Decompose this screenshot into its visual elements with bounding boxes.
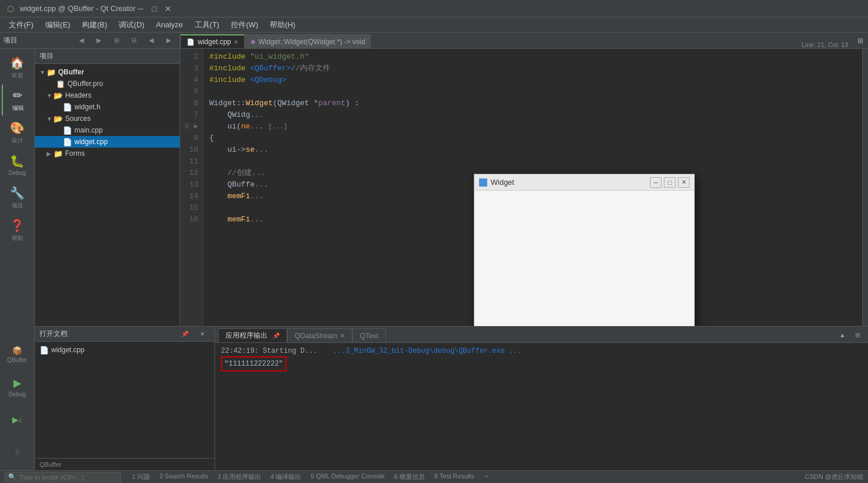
menu-bar: 文件(F) 编辑(E) 构建(B) 调试(D) Analyze 工具(T) 控件… — [0, 17, 868, 33]
forms-toggle[interactable]: ▶ — [47, 151, 53, 157]
sources-folder-icon: 📂 — [53, 115, 63, 123]
sidebar-label-help: 帮助 — [12, 234, 23, 242]
headers-toggle[interactable]: ▼ — [47, 92, 53, 99]
forms-folder-icon: 📁 — [53, 149, 63, 158]
line-col-indicator: Line: 21, Col: 13 — [797, 41, 853, 48]
output-tab-app[interactable]: 应用程序输出 📌 — [218, 328, 287, 342]
toolbar-btn-3[interactable]: ⊞ — [109, 33, 124, 48]
run-icon: ▶ — [13, 377, 22, 389]
tree-pro[interactable]: 📋 QBuffer.pro — [35, 78, 180, 90]
editor-tabs: 📄 widget.cpp ✕ ◆ Widget::Widget(QWidget … — [180, 33, 868, 48]
toolbar-btn-1[interactable]: ◀ — [74, 33, 89, 48]
status-tab-appout[interactable]: 3 应用程序输出 — [215, 471, 263, 482]
widget-body — [474, 191, 694, 326]
open-docs-pin-btn[interactable]: 📌 — [177, 327, 192, 342]
qbuffer-footer: QBuffer — [35, 458, 215, 470]
widget-minimize-btn[interactable]: ─ — [650, 177, 662, 188]
menu-build[interactable]: 构建(B) — [76, 18, 113, 32]
tree-root[interactable]: ▼ 📁 QBuffer — [35, 66, 180, 78]
output-panel-expand-btn[interactable]: ⊟ — [850, 327, 865, 342]
widget-title-text: Widget — [491, 178, 514, 187]
output-panel-up-btn[interactable]: ▲ — [835, 327, 850, 342]
editor-section: 项目 ▼ 📁 QBuffer 📋 QBuffer.pro — [35, 49, 868, 470]
open-doc-item[interactable]: 📄 widget.cpp — [35, 344, 215, 356]
status-tab-compile[interactable]: 4 编译输出 — [268, 471, 303, 482]
root-toggle[interactable]: ▼ — [40, 69, 47, 76]
widget-maximize-btn[interactable]: □ — [664, 177, 676, 188]
toolbar-btn-4[interactable]: ⊟ — [126, 33, 141, 48]
tree-widgeth[interactable]: 📄 widget.h — [35, 101, 180, 113]
pro-label: QBuffer.pro — [67, 80, 103, 88]
sidebar-label-run: Debug — [9, 391, 26, 398]
tab-close-1[interactable]: ✕ — [234, 39, 238, 45]
toolbar-btn-2[interactable]: ▶ — [91, 33, 106, 48]
welcome-icon: 🏠 — [10, 56, 24, 70]
menu-controls[interactable]: 控件(W) — [225, 18, 264, 32]
widget-close-btn[interactable]: ✕ — [678, 177, 690, 188]
menu-edit[interactable]: 编辑(E) — [40, 18, 76, 32]
status-tab-qml[interactable]: 5 QML Debugger Console — [308, 471, 387, 482]
status-tabs: 1 问题 2 Search Results 3 应用程序输出 4 编译输出 5 … — [130, 471, 796, 482]
toolbar-btn-6[interactable]: ▶ — [161, 33, 176, 48]
tree-forms[interactable]: ▶ 📁 Forms — [35, 148, 180, 159]
open-doc-icon: 📄 — [40, 346, 49, 355]
app-container: ⬡ widget.cpp @ QBuffer - Qt Creator ─ □ … — [0, 0, 868, 483]
close-button[interactable]: ✕ — [163, 4, 173, 13]
status-tab-search[interactable]: 2 Search Results — [157, 471, 210, 482]
output-line-1: 22:42:19: Starting D... ...3_MinGW_32_bi… — [221, 346, 862, 356]
minimize-button[interactable]: ─ — [135, 4, 145, 13]
menu-debug[interactable]: 调试(D) — [113, 18, 150, 32]
sidebar-item-design[interactable]: 🎨 设计 — [2, 117, 33, 148]
menu-tools[interactable]: 工具(T) — [189, 18, 226, 32]
sidebar-item-run[interactable]: ▶ Debug — [2, 371, 33, 403]
output-line-2: "111111222222" — [221, 356, 862, 371]
toolbar-btn-5[interactable]: ◀ — [144, 33, 159, 48]
tab-label-2: Widget::Widget(QWidget *) -> void — [258, 38, 365, 46]
output-tab-app-label: 应用程序输出 — [226, 331, 267, 341]
output-panel-pin[interactable]: 📌 — [273, 332, 280, 339]
title-text: widget.cpp @ QBuffer - Qt Creator — [20, 4, 135, 13]
sidebar-item-stop[interactable]: ⏸ — [2, 437, 33, 468]
editor-v-scrollbar[interactable] — [862, 49, 868, 326]
tree-widgetcpp[interactable]: 📄 widget.cpp — [35, 136, 180, 148]
tree-headers[interactable]: ▼ 📂 Headers — [35, 90, 180, 101]
step-icon: ▶↓ — [12, 415, 23, 424]
status-tab-issues[interactable]: 1 问题 — [130, 471, 152, 482]
status-tab-summary[interactable]: 6 概要信息 — [392, 471, 427, 482]
tree-maincpp[interactable]: 📄 main.cpp — [35, 124, 180, 136]
project-icon: 🔧 — [10, 186, 24, 200]
menu-file[interactable]: 文件(F) — [3, 18, 40, 32]
widgeth-icon: 📄 — [63, 103, 72, 112]
headers-folder-icon: 📂 — [53, 91, 63, 100]
tree-sources[interactable]: ▼ 📂 Sources — [35, 113, 180, 124]
output-result-text: "111111222222" — [224, 360, 283, 368]
maincpp-icon: 📄 — [63, 126, 72, 135]
sidebar-item-run2[interactable]: ▶↓ — [2, 404, 33, 435]
open-docs-header: 打开文档 📌 ✕ — [35, 327, 215, 342]
status-tab-test[interactable]: 8 Test Results — [432, 471, 477, 482]
output-tab-text[interactable]: QText — [352, 328, 385, 342]
sidebar-item-project[interactable]: 🔧 项目 — [2, 182, 33, 213]
sources-toggle[interactable]: ▼ — [47, 116, 53, 122]
search-input[interactable] — [19, 474, 112, 481]
maximize-button[interactable]: □ — [149, 4, 159, 13]
widget-titlebar: Widget ─ □ ✕ — [474, 174, 694, 191]
menu-analyze[interactable]: Analyze — [150, 19, 188, 31]
menu-help[interactable]: 帮助(H) — [264, 18, 301, 32]
sidebar-item-help[interactable]: ❓ 帮助 — [2, 214, 33, 246]
open-docs-close-btn[interactable]: ✕ — [195, 327, 210, 342]
output-tab-datastream[interactable]: QDataStream ✕ — [287, 328, 352, 342]
split-editor-btn[interactable]: ⊞ — [853, 33, 868, 48]
sidebar-item-qbuffer[interactable]: 📦 QBuffer — [2, 339, 33, 370]
title-bar: ⬡ widget.cpp @ QBuffer - Qt Creator ─ □ … — [0, 0, 868, 17]
tab-widget-fn[interactable]: ◆ Widget::Widget(QWidget *) -> void — [244, 34, 371, 48]
sidebar-item-edit[interactable]: ✏ 编辑 — [2, 84, 33, 116]
output-tab-datastream-close[interactable]: ✕ — [340, 332, 345, 339]
sidebar-item-welcome[interactable]: 🏠 欢迎 — [2, 52, 33, 83]
tab-icon-2: ◆ — [251, 38, 255, 45]
tab-widget-cpp[interactable]: 📄 widget.cpp ✕ — [180, 34, 244, 48]
open-docs-panel: 打开文档 📌 ✕ 📄 widget.cpp Q — [35, 327, 215, 470]
status-tab-arrow[interactable]: ⌄ — [484, 471, 489, 482]
sidebar-item-debug[interactable]: 🐛 Debug — [2, 149, 33, 181]
sidebar-label-design: 设计 — [12, 137, 23, 145]
